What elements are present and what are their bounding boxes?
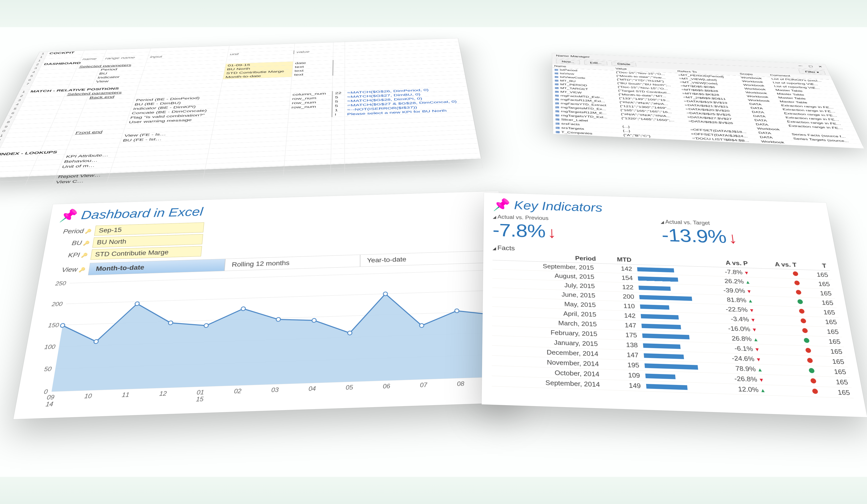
- status-dot-red-icon: [805, 348, 811, 353]
- dashboard-panel: Dashboard in Excel Period Sep-15 BU BU N…: [13, 191, 516, 419]
- svg-text:14: 14: [45, 400, 54, 408]
- svg-point-13: [94, 340, 99, 344]
- facts-bar: [643, 381, 705, 393]
- stage: 1COCKPIT11namerange nameinputunitvalue2D…: [0, 0, 867, 504]
- facts-mtd: 109: [604, 369, 643, 381]
- svg-point-15: [168, 321, 173, 325]
- status-dot-green-icon: [809, 368, 815, 373]
- status-dot-red-icon: [802, 328, 808, 333]
- svg-point-20: [347, 331, 352, 335]
- svg-text:01: 01: [196, 389, 204, 396]
- facts-mtd: 142: [599, 264, 635, 274]
- svg-text:50: 50: [43, 366, 52, 373]
- status-dot-red-icon: [799, 309, 805, 314]
- svg-text:09: 09: [46, 394, 55, 401]
- facts-avt-dot: [756, 305, 808, 317]
- name-manager-grid[interactable]: NameValueRefers ToScopeCommentlstPeriod{…: [552, 64, 864, 149]
- svg-point-21: [383, 292, 387, 296]
- facts-mtd: 122: [600, 282, 636, 292]
- facts-col: A vs. T: [750, 259, 800, 269]
- new-button[interactable]: New...: [556, 59, 580, 64]
- delete-button[interactable]: Delete: [611, 62, 636, 67]
- facts-target: 165: [803, 288, 835, 299]
- minimize-icon[interactable]: —: [798, 64, 803, 67]
- trend-chart: 0501001502002500914101112011502030405060…: [23, 265, 507, 411]
- status-dot-green-icon: [797, 299, 803, 304]
- window-controls: — ▢ ✕: [798, 64, 823, 68]
- facts-target: 165: [802, 279, 833, 289]
- kpi-actual-vs-previous: Actual vs. Previous -7.8% ↓: [493, 214, 655, 245]
- facts-target: 165: [811, 336, 844, 347]
- svg-text:100: 100: [44, 343, 56, 350]
- svg-point-18: [276, 318, 281, 321]
- facts-avt-dot: [758, 315, 810, 326]
- kpi2-value: -13.9%: [661, 225, 727, 247]
- status-dot-red-icon: [807, 358, 813, 363]
- facts-mtd: 175: [602, 329, 640, 341]
- status-dot-red-icon: [793, 271, 799, 276]
- status-dot-red-icon: [794, 280, 800, 285]
- svg-point-19: [312, 319, 316, 322]
- view-tab-year-to-date[interactable]: Year-to-date: [360, 250, 495, 267]
- view-tab-rolling-12-months[interactable]: Rolling 12 months: [224, 255, 360, 271]
- facts-target: 165: [816, 366, 850, 377]
- svg-text:200: 200: [51, 301, 63, 307]
- status-dot-red-icon: [800, 319, 806, 323]
- facts-target: 165: [810, 326, 842, 337]
- facts-col: MTD: [598, 255, 634, 265]
- facts-avt-dot: [768, 385, 822, 397]
- view-tab-month-to-date[interactable]: Month-to-date: [88, 259, 225, 275]
- status-dot-green-icon: [803, 338, 810, 343]
- facts-mtd: 147: [603, 349, 641, 361]
- svg-text:08: 08: [457, 380, 465, 387]
- facts-avt-dot: [762, 344, 815, 356]
- svg-point-23: [454, 309, 459, 313]
- facts-avt-dot: [760, 334, 813, 346]
- svg-text:07: 07: [420, 382, 428, 389]
- svg-text:11: 11: [121, 392, 130, 398]
- facts-avp: 12.0%: [704, 383, 769, 395]
- svg-text:10: 10: [84, 393, 93, 400]
- facts-avt-dot: [753, 287, 805, 298]
- svg-point-17: [241, 307, 245, 311]
- filter-button[interactable]: Filter ▾: [798, 69, 825, 74]
- name-manager-title: Name Manager: [556, 54, 590, 58]
- facts-target: 165: [818, 376, 852, 388]
- facts-avt-dot: [752, 277, 803, 288]
- svg-text:06: 06: [383, 383, 390, 390]
- bu-select[interactable]: BU North: [93, 234, 203, 248]
- svg-text:250: 250: [55, 280, 66, 287]
- facts-target: 165: [820, 387, 854, 398]
- facts-avt-dot: [755, 296, 806, 307]
- facts-target: 165: [806, 307, 838, 318]
- facts-avt-dot: [759, 325, 811, 336]
- facts-target: 165: [813, 346, 846, 357]
- facts-target: 165: [808, 317, 840, 327]
- cockpit-grid: 1COCKPIT11namerange nameinputunitvalue2D…: [0, 38, 483, 189]
- facts-avt-dot: [766, 375, 820, 387]
- kpi-label: KPI: [52, 251, 92, 259]
- close-icon[interactable]: ✕: [818, 65, 823, 68]
- edit-button[interactable]: Edit...: [584, 61, 607, 65]
- facts-mtd: 142: [601, 310, 639, 321]
- kpi1-value: -7.8%: [493, 220, 546, 242]
- facts-mtd: 138: [603, 339, 641, 350]
- svg-text:05: 05: [346, 384, 353, 391]
- facts-avt-dot: [765, 364, 818, 376]
- svg-text:04: 04: [308, 385, 316, 392]
- facts-col: T: [799, 261, 830, 270]
- facts-mtd: 200: [600, 291, 637, 302]
- facts-mtd: 195: [604, 359, 642, 371]
- svg-line-8: [66, 291, 491, 304]
- facts-target: 165: [815, 356, 848, 367]
- status-dot-red-icon: [812, 389, 818, 394]
- view-label: View: [50, 265, 89, 274]
- facts-target: 165: [805, 298, 837, 308]
- facts-table: PeriodMTDA vs. PA vs. TTSeptember, 20151…: [492, 251, 854, 398]
- svg-point-16: [204, 324, 208, 328]
- svg-text:15: 15: [196, 396, 204, 403]
- facts-mtd: 149: [605, 379, 644, 391]
- facts-mtd: 154: [599, 272, 636, 283]
- svg-text:150: 150: [48, 322, 60, 329]
- maximize-icon[interactable]: ▢: [808, 65, 813, 67]
